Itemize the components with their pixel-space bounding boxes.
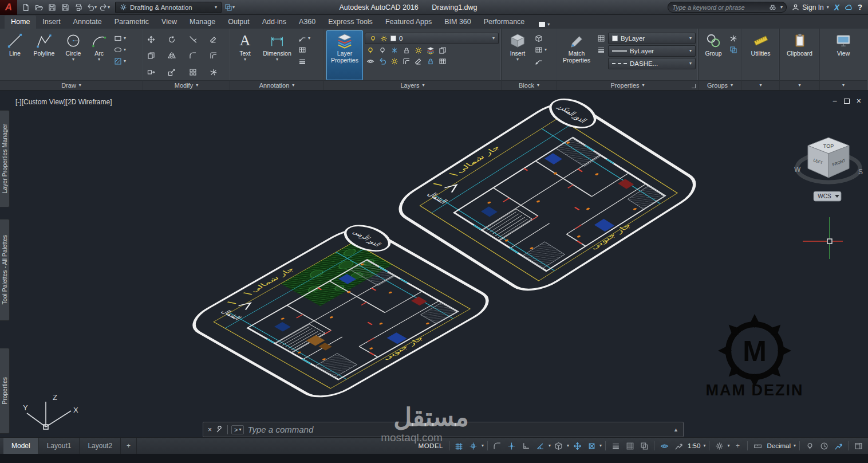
transparency-icon[interactable] (624, 440, 636, 452)
layer-isolate-icon[interactable] (365, 45, 376, 55)
turn-all-layers-on-icon[interactable] (389, 56, 400, 66)
annotation-scale[interactable]: 1:50 (688, 442, 700, 449)
create-block-icon[interactable] (533, 33, 544, 43)
fillet-icon[interactable] (187, 51, 198, 61)
command-customize-icon[interactable] (215, 425, 224, 434)
tab-layout2[interactable]: Layout2 (80, 438, 121, 454)
sidebar-tab-tool-palettes[interactable]: Tool Palettes - All Palettes (0, 219, 10, 321)
leader-icon[interactable] (297, 33, 307, 43)
autocad-logo-icon[interactable]: A (0, 0, 17, 15)
multiline-text-icon[interactable] (297, 56, 307, 66)
grid-icon[interactable] (453, 440, 465, 452)
move-icon[interactable] (145, 34, 156, 44)
polar-tracking-icon[interactable] (534, 440, 547, 452)
tab-view[interactable]: View (155, 15, 183, 29)
restore-icon[interactable] (844, 99, 850, 104)
ungroup-icon[interactable] (728, 33, 739, 43)
layer-state-icon[interactable] (437, 56, 448, 66)
plot-button[interactable] (72, 2, 85, 13)
clipboard-panel-label[interactable]: ▾ (780, 80, 819, 90)
match-properties-button[interactable]: Match Properties (559, 30, 594, 80)
annotation-visibility-icon[interactable] (658, 440, 670, 452)
utilities-panel-label[interactable]: ▾ (742, 80, 779, 90)
units-value[interactable]: Decimal (767, 442, 791, 449)
lock-fade-icon[interactable] (425, 56, 436, 66)
caret-icon[interactable]: ▾ (794, 444, 796, 448)
arc-button[interactable]: Arc ▾ (88, 30, 111, 80)
layer-merge-icon[interactable] (401, 56, 412, 66)
sidebar-tab-layer-properties[interactable]: Layer Properties Manager (0, 110, 10, 207)
layer-previous-icon[interactable] (377, 56, 388, 66)
properties-panel-label[interactable]: Properties▾ (557, 80, 698, 90)
view-button[interactable]: View (828, 30, 859, 80)
object-snap-tracking-icon[interactable] (571, 440, 583, 452)
graphics-performance-icon[interactable] (818, 440, 830, 452)
dynamic-input-icon[interactable] (506, 440, 518, 452)
object-color-select[interactable]: ByLayer ▾ (608, 33, 696, 44)
model-space-label[interactable]: MODEL (419, 442, 443, 449)
autoscale-icon[interactable] (672, 440, 685, 452)
tab-performance[interactable]: Performance (478, 15, 531, 29)
lineweight-icon[interactable] (609, 440, 622, 452)
object-snap-icon[interactable] (585, 440, 598, 452)
command-input[interactable]: Type a command (247, 425, 670, 434)
dimension-button[interactable]: Dimension ▾ (259, 30, 295, 80)
view-panel-label[interactable]: ▾ (820, 80, 867, 90)
model-space[interactable]: الدور المتكرر جار شمالى جار جنوبى الشمال… (0, 91, 868, 437)
lineweight-select[interactable]: ByLayer ▾ (608, 45, 696, 57)
object-color-icon[interactable] (595, 33, 606, 43)
array-icon[interactable] (187, 68, 198, 77)
search-input[interactable]: Type a keyword or phrase ▾ (668, 2, 787, 13)
annotation-panel-label[interactable]: Annotation▾ (230, 80, 323, 90)
tab-insert[interactable]: Insert (36, 15, 66, 29)
scale-icon[interactable] (167, 68, 177, 77)
groups-panel-label[interactable]: Groups▾ (699, 80, 741, 90)
copy-icon[interactable] (145, 51, 156, 61)
match-layer-icon[interactable] (437, 45, 448, 55)
isolate-objects-icon[interactable] (803, 440, 816, 452)
layer-delete-icon[interactable] (413, 56, 424, 66)
viewcube-south[interactable]: S (858, 168, 863, 176)
clipboard-button[interactable]: Clipboard (782, 30, 817, 80)
layers-panel-label[interactable]: Layers▾ (324, 80, 501, 90)
save-as-button[interactable] (59, 2, 72, 13)
polyline-button[interactable]: Polyline (29, 30, 59, 80)
draw-panel-label[interactable]: Draw▾ (0, 80, 143, 90)
list-icon[interactable] (595, 45, 606, 54)
tab-annotate[interactable]: Annotate (67, 15, 108, 29)
modify-panel-label[interactable]: Modify▾ (143, 80, 230, 90)
mirror-icon[interactable] (167, 51, 177, 61)
text-button[interactable]: A Text ▾ (232, 30, 258, 80)
ortho-icon[interactable] (520, 440, 532, 452)
caret-icon[interactable]: ▾ (567, 444, 569, 448)
drawing-canvas[interactable]: الدور المتكرر جار شمالى جار جنوبى الشمال… (0, 91, 868, 437)
table-icon[interactable] (297, 45, 307, 54)
annotation-monitor-icon[interactable]: + (731, 440, 744, 452)
layer-properties-button[interactable]: Layer Properties (326, 30, 363, 80)
help-icon[interactable]: ? (858, 3, 862, 11)
close-icon[interactable]: × (857, 96, 861, 105)
tab-featured-apps[interactable]: Featured Apps (379, 15, 438, 29)
tab-parametric[interactable]: Parametric (108, 15, 155, 29)
make-current-icon[interactable] (425, 45, 436, 55)
command-close-icon[interactable]: × (208, 426, 212, 434)
dialog-launcher-icon[interactable] (692, 84, 696, 88)
group-button[interactable]: Group (701, 30, 726, 80)
snap-icon[interactable] (467, 440, 480, 452)
signin-button[interactable]: Sign In ▾ (792, 3, 828, 11)
command-line[interactable]: × >▾ Type a command ▲ (203, 422, 684, 437)
linetype-select[interactable]: DASHE... ▾ (608, 58, 696, 69)
viewport-controls[interactable]: [-][Custom View][2D Wireframe] (15, 98, 112, 106)
layer-unisolate-icon[interactable] (377, 45, 388, 55)
caret-icon[interactable]: ▾ (703, 444, 705, 448)
explode-icon[interactable] (208, 68, 219, 77)
layer-off-icon[interactable] (413, 45, 424, 55)
workspace-gear-icon[interactable] (713, 440, 725, 452)
viewcube-top[interactable]: TOP (823, 143, 834, 149)
workspace-switcher[interactable]: Drafting & Annotation ▾ (115, 2, 222, 13)
offset-icon[interactable] (208, 51, 219, 61)
tab-bim360[interactable]: BIM 360 (438, 15, 478, 29)
clean-screen-icon[interactable] (852, 440, 865, 452)
exchange-apps-icon[interactable]: X (834, 3, 839, 12)
a360-cloud-icon[interactable] (845, 3, 853, 11)
